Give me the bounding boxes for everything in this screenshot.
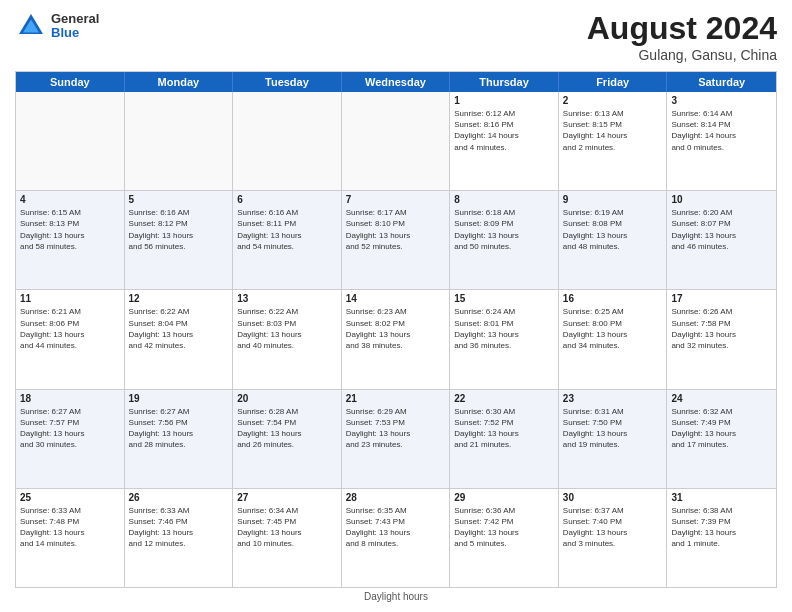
day-info: Sunrise: 6:35 AM Sunset: 7:43 PM Dayligh… <box>346 505 446 550</box>
day-cell: 22Sunrise: 6:30 AM Sunset: 7:52 PM Dayli… <box>450 390 559 488</box>
empty-cell <box>233 92 342 190</box>
day-info: Sunrise: 6:34 AM Sunset: 7:45 PM Dayligh… <box>237 505 337 550</box>
day-cell: 29Sunrise: 6:36 AM Sunset: 7:42 PM Dayli… <box>450 489 559 587</box>
day-cell: 5Sunrise: 6:16 AM Sunset: 8:12 PM Daylig… <box>125 191 234 289</box>
day-number: 27 <box>237 492 337 503</box>
calendar-body: 1Sunrise: 6:12 AM Sunset: 8:16 PM Daylig… <box>16 92 776 587</box>
day-cell: 8Sunrise: 6:18 AM Sunset: 8:09 PM Daylig… <box>450 191 559 289</box>
footer-note: Daylight hours <box>15 588 777 602</box>
day-info: Sunrise: 6:16 AM Sunset: 8:12 PM Dayligh… <box>129 207 229 252</box>
day-number: 12 <box>129 293 229 304</box>
day-number: 24 <box>671 393 772 404</box>
day-number: 30 <box>563 492 663 503</box>
day-cell: 7Sunrise: 6:17 AM Sunset: 8:10 PM Daylig… <box>342 191 451 289</box>
day-cell: 25Sunrise: 6:33 AM Sunset: 7:48 PM Dayli… <box>16 489 125 587</box>
day-info: Sunrise: 6:14 AM Sunset: 8:14 PM Dayligh… <box>671 108 772 153</box>
day-info: Sunrise: 6:21 AM Sunset: 8:06 PM Dayligh… <box>20 306 120 351</box>
day-number: 25 <box>20 492 120 503</box>
day-number: 6 <box>237 194 337 205</box>
weekday-header: Friday <box>559 72 668 92</box>
day-cell: 10Sunrise: 6:20 AM Sunset: 8:07 PM Dayli… <box>667 191 776 289</box>
header: General Blue August 2024 Gulang, Gansu, … <box>15 10 777 63</box>
day-cell: 12Sunrise: 6:22 AM Sunset: 8:04 PM Dayli… <box>125 290 234 388</box>
weekday-header: Tuesday <box>233 72 342 92</box>
day-info: Sunrise: 6:13 AM Sunset: 8:15 PM Dayligh… <box>563 108 663 153</box>
empty-cell <box>16 92 125 190</box>
day-number: 31 <box>671 492 772 503</box>
day-number: 5 <box>129 194 229 205</box>
day-cell: 26Sunrise: 6:33 AM Sunset: 7:46 PM Dayli… <box>125 489 234 587</box>
day-info: Sunrise: 6:18 AM Sunset: 8:09 PM Dayligh… <box>454 207 554 252</box>
day-info: Sunrise: 6:19 AM Sunset: 8:08 PM Dayligh… <box>563 207 663 252</box>
day-info: Sunrise: 6:27 AM Sunset: 7:56 PM Dayligh… <box>129 406 229 451</box>
day-cell: 18Sunrise: 6:27 AM Sunset: 7:57 PM Dayli… <box>16 390 125 488</box>
page: General Blue August 2024 Gulang, Gansu, … <box>0 0 792 612</box>
day-cell: 11Sunrise: 6:21 AM Sunset: 8:06 PM Dayli… <box>16 290 125 388</box>
day-cell: 3Sunrise: 6:14 AM Sunset: 8:14 PM Daylig… <box>667 92 776 190</box>
calendar-row: 18Sunrise: 6:27 AM Sunset: 7:57 PM Dayli… <box>16 390 776 489</box>
day-cell: 19Sunrise: 6:27 AM Sunset: 7:56 PM Dayli… <box>125 390 234 488</box>
day-info: Sunrise: 6:27 AM Sunset: 7:57 PM Dayligh… <box>20 406 120 451</box>
day-number: 23 <box>563 393 663 404</box>
day-info: Sunrise: 6:28 AM Sunset: 7:54 PM Dayligh… <box>237 406 337 451</box>
weekday-header: Saturday <box>667 72 776 92</box>
weekday-header: Thursday <box>450 72 559 92</box>
day-cell: 23Sunrise: 6:31 AM Sunset: 7:50 PM Dayli… <box>559 390 668 488</box>
day-number: 21 <box>346 393 446 404</box>
weekday-header: Monday <box>125 72 234 92</box>
day-info: Sunrise: 6:15 AM Sunset: 8:13 PM Dayligh… <box>20 207 120 252</box>
day-info: Sunrise: 6:25 AM Sunset: 8:00 PM Dayligh… <box>563 306 663 351</box>
logo-text: General Blue <box>51 12 99 41</box>
day-number: 16 <box>563 293 663 304</box>
day-info: Sunrise: 6:30 AM Sunset: 7:52 PM Dayligh… <box>454 406 554 451</box>
day-cell: 14Sunrise: 6:23 AM Sunset: 8:02 PM Dayli… <box>342 290 451 388</box>
day-cell: 27Sunrise: 6:34 AM Sunset: 7:45 PM Dayli… <box>233 489 342 587</box>
day-info: Sunrise: 6:17 AM Sunset: 8:10 PM Dayligh… <box>346 207 446 252</box>
day-number: 13 <box>237 293 337 304</box>
day-number: 19 <box>129 393 229 404</box>
day-info: Sunrise: 6:20 AM Sunset: 8:07 PM Dayligh… <box>671 207 772 252</box>
day-cell: 9Sunrise: 6:19 AM Sunset: 8:08 PM Daylig… <box>559 191 668 289</box>
day-number: 18 <box>20 393 120 404</box>
day-number: 15 <box>454 293 554 304</box>
day-cell: 15Sunrise: 6:24 AM Sunset: 8:01 PM Dayli… <box>450 290 559 388</box>
day-number: 7 <box>346 194 446 205</box>
day-cell: 16Sunrise: 6:25 AM Sunset: 8:00 PM Dayli… <box>559 290 668 388</box>
weekday-header: Wednesday <box>342 72 451 92</box>
day-info: Sunrise: 6:37 AM Sunset: 7:40 PM Dayligh… <box>563 505 663 550</box>
title-month: August 2024 <box>587 10 777 47</box>
calendar-row: 25Sunrise: 6:33 AM Sunset: 7:48 PM Dayli… <box>16 489 776 587</box>
day-number: 20 <box>237 393 337 404</box>
day-number: 2 <box>563 95 663 106</box>
day-cell: 6Sunrise: 6:16 AM Sunset: 8:11 PM Daylig… <box>233 191 342 289</box>
day-number: 17 <box>671 293 772 304</box>
day-number: 11 <box>20 293 120 304</box>
day-number: 10 <box>671 194 772 205</box>
logo-blue: Blue <box>51 26 99 40</box>
day-cell: 31Sunrise: 6:38 AM Sunset: 7:39 PM Dayli… <box>667 489 776 587</box>
calendar-row: 11Sunrise: 6:21 AM Sunset: 8:06 PM Dayli… <box>16 290 776 389</box>
day-info: Sunrise: 6:22 AM Sunset: 8:04 PM Dayligh… <box>129 306 229 351</box>
day-cell: 2Sunrise: 6:13 AM Sunset: 8:15 PM Daylig… <box>559 92 668 190</box>
day-number: 4 <box>20 194 120 205</box>
day-info: Sunrise: 6:32 AM Sunset: 7:49 PM Dayligh… <box>671 406 772 451</box>
calendar-row: 1Sunrise: 6:12 AM Sunset: 8:16 PM Daylig… <box>16 92 776 191</box>
title-block: August 2024 Gulang, Gansu, China <box>587 10 777 63</box>
day-cell: 20Sunrise: 6:28 AM Sunset: 7:54 PM Dayli… <box>233 390 342 488</box>
day-cell: 28Sunrise: 6:35 AM Sunset: 7:43 PM Dayli… <box>342 489 451 587</box>
day-number: 26 <box>129 492 229 503</box>
weekday-header: Sunday <box>16 72 125 92</box>
day-info: Sunrise: 6:31 AM Sunset: 7:50 PM Dayligh… <box>563 406 663 451</box>
day-info: Sunrise: 6:29 AM Sunset: 7:53 PM Dayligh… <box>346 406 446 451</box>
day-info: Sunrise: 6:33 AM Sunset: 7:48 PM Dayligh… <box>20 505 120 550</box>
calendar: SundayMondayTuesdayWednesdayThursdayFrid… <box>15 71 777 588</box>
day-cell: 30Sunrise: 6:37 AM Sunset: 7:40 PM Dayli… <box>559 489 668 587</box>
day-cell: 4Sunrise: 6:15 AM Sunset: 8:13 PM Daylig… <box>16 191 125 289</box>
day-info: Sunrise: 6:26 AM Sunset: 7:58 PM Dayligh… <box>671 306 772 351</box>
day-info: Sunrise: 6:16 AM Sunset: 8:11 PM Dayligh… <box>237 207 337 252</box>
day-cell: 13Sunrise: 6:22 AM Sunset: 8:03 PM Dayli… <box>233 290 342 388</box>
day-info: Sunrise: 6:24 AM Sunset: 8:01 PM Dayligh… <box>454 306 554 351</box>
day-cell: 17Sunrise: 6:26 AM Sunset: 7:58 PM Dayli… <box>667 290 776 388</box>
day-number: 9 <box>563 194 663 205</box>
day-info: Sunrise: 6:23 AM Sunset: 8:02 PM Dayligh… <box>346 306 446 351</box>
